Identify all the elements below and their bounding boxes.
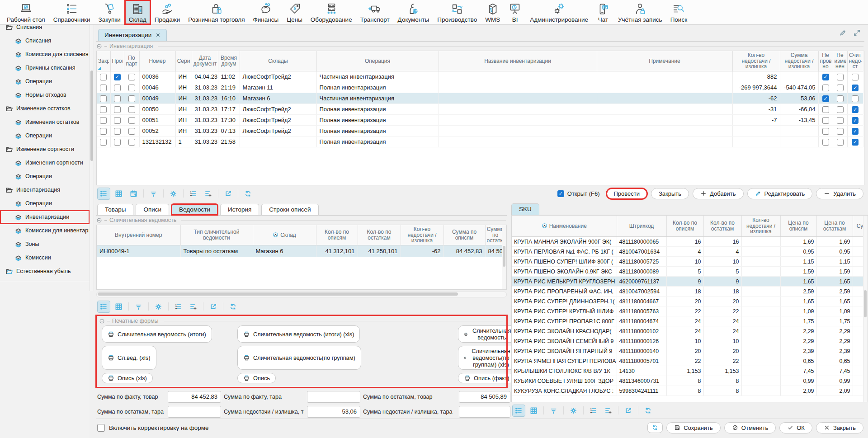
external-button[interactable] <box>207 301 220 313</box>
column-header[interactable]: Примечание <box>597 51 732 71</box>
column-header[interactable]: Кол-во по описям <box>666 216 703 237</box>
table-row[interactable]: 00049ИН31.03.2316:10Магазин 6Частичная и… <box>97 93 863 104</box>
column-header[interactable]: Кол-во по остаткам <box>703 216 741 237</box>
checkbox[interactable] <box>837 128 844 135</box>
table-row[interactable]: КРУПА РИС ЭКОЛАЙН ЯНТАРНЫЙ 9481118000014… <box>512 346 867 356</box>
topbar-item-sales[interactable]: Продажи <box>151 0 184 24</box>
table-row[interactable]: 00051ИН31.03.2317:30ЛюксСофтТрейд2Полная… <box>97 115 863 126</box>
table-row[interactable]: КРУПА МАННАЯ ЭКОЛАЙН 900Г ЭК(48111800000… <box>512 237 867 247</box>
view-list-button[interactable] <box>97 188 110 200</box>
table-row[interactable]: КРУПА ЯЧМЕННАЯ СУПЕР! ПЕРЛОВА48111800057… <box>512 356 867 366</box>
view-grid-button[interactable] <box>112 188 125 200</box>
sidebar-item-9[interactable]: Изменение сортности <box>0 142 90 156</box>
topbar-item-prices[interactable]: Цены <box>283 0 307 24</box>
sidebar-item-18[interactable]: Естественная убыль <box>0 264 90 278</box>
checkbox[interactable] <box>128 95 135 102</box>
column-header[interactable]: Склады <box>240 51 316 71</box>
checkbox[interactable] <box>114 139 121 146</box>
checkbox[interactable] <box>100 95 107 102</box>
gear-button[interactable] <box>567 405 580 417</box>
tab-detail-1[interactable]: Описи <box>136 204 169 215</box>
topbar-item-retail[interactable]: Розничная торговля <box>184 0 249 24</box>
save-button[interactable]: Сохранить <box>666 422 721 433</box>
column-header[interactable]: Дата документ <box>192 51 218 71</box>
topbar-item-purchases[interactable]: Закупки <box>94 0 125 24</box>
column-header[interactable]: Номер <box>139 51 175 71</box>
sidebar-item-7[interactable]: Изменения остатков <box>0 115 90 129</box>
table-row[interactable]: КРУПА ПШЕНО СУПЕР! ШЛИФ 800Г (4811180005… <box>512 257 867 267</box>
checkbox[interactable] <box>557 190 564 197</box>
checkbox[interactable] <box>100 117 107 124</box>
sidebar-item-15[interactable]: Комиссии для инвентаризации <box>0 224 90 237</box>
zakryt-button[interactable]: Закрыть <box>651 188 689 199</box>
checkbox[interactable] <box>128 139 135 146</box>
ordered-list-button[interactable] <box>172 301 185 313</box>
horizontal-scrollbar[interactable] <box>96 292 507 297</box>
scrollbar-thumb[interactable] <box>98 292 458 296</box>
filter-button[interactable] <box>132 301 145 313</box>
column-header[interactable]: Пров <box>110 51 124 71</box>
view-grid-button[interactable] <box>527 405 540 417</box>
column-header[interactable]: Время докум <box>218 51 240 71</box>
checkbox[interactable] <box>114 85 121 91</box>
tab-sku[interactable]: SKU <box>511 203 539 215</box>
table-row[interactable]: 132132132131.03.2321:58Полная инвентариз… <box>97 137 863 147</box>
checkbox[interactable] <box>837 117 844 124</box>
print-button-7[interactable]: Опись <box>237 373 276 383</box>
table-row[interactable]: КРУПА РИС СУПЕР! ПРОПАР.1С 800Г481118000… <box>512 316 867 326</box>
column-header[interactable]: Наименование <box>512 216 617 237</box>
sidebar-item-2[interactable]: Комиссии для списания товаров <box>0 47 90 61</box>
totals-value-4[interactable]: 53,06 <box>307 406 360 418</box>
sidebar-item-10[interactable]: Изменения сортности <box>0 156 90 170</box>
table-row[interactable]: КРУПА РИС ЭКОЛАЙН КРАСНОДАР(481118000010… <box>512 326 867 336</box>
provesti-button[interactable]: Провести <box>606 188 648 199</box>
checkbox[interactable] <box>852 128 859 135</box>
ordered-list-button[interactable] <box>187 188 200 200</box>
refresh-button[interactable] <box>647 422 663 433</box>
column-header[interactable]: Внутренний номер <box>97 225 180 245</box>
table-row[interactable]: КРУПА ПЕРЛОВАЯ №1 ФАС. РБ 1КГ (481004700… <box>512 247 867 257</box>
gear-button[interactable] <box>152 301 165 313</box>
print-button-6[interactable]: Опись (xls) <box>102 373 153 383</box>
topbar-item-transport[interactable]: Транспорт <box>356 0 394 24</box>
edit-pencil-icon[interactable] <box>839 29 847 37</box>
column-header[interactable]: Сумма по описям <box>443 225 485 245</box>
checkbox[interactable] <box>852 74 859 80</box>
column-header[interactable]: Кол-во недостачи / излишка <box>741 216 780 237</box>
checkbox[interactable] <box>100 128 107 135</box>
print-button-1[interactable]: Сличительная ведомость (итоги) (xls) <box>237 325 360 343</box>
topbar-item-warehouse[interactable]: Склад <box>125 0 151 24</box>
collapse-icon[interactable] <box>96 43 102 49</box>
checkbox[interactable] <box>822 85 829 91</box>
checkbox[interactable] <box>837 106 844 113</box>
table-row[interactable]: КРУПА РИС ЭКОЛАЙН СЕМЕЙНЫЙ 9481118000012… <box>512 336 867 346</box>
filter-button[interactable] <box>547 405 560 417</box>
gear-button[interactable] <box>167 188 180 200</box>
checkbox[interactable] <box>852 85 859 91</box>
table-row[interactable]: КРУПА РИС ПРОПАРЕНЫЙ ФАС. ИН,48100470025… <box>512 287 867 297</box>
expand-icon[interactable] <box>853 29 861 37</box>
tab-close-icon[interactable] <box>156 33 160 38</box>
sidebar-scrollbar[interactable] <box>90 25 94 291</box>
print-button-3[interactable]: Сл.вед. (xls) <box>102 346 156 370</box>
column-header[interactable]: По парт <box>124 51 139 71</box>
checkbox[interactable] <box>822 139 829 146</box>
tab-detail-4[interactable]: Строки описей <box>261 204 318 215</box>
refresh-button[interactable] <box>241 188 255 200</box>
print-button-5[interactable]: Сличительная ведомость(по группам) (xls) <box>458 346 518 370</box>
table-row[interactable]: КУБИКИ СОЕВЫЕ ГУЛЯШ 100Г ЗДОР48113460007… <box>512 376 867 386</box>
sidebar-item-13[interactable]: Операции <box>0 197 90 210</box>
table-row[interactable]: 00046ИН31.03.2321:19Магазин 11Полная инв… <box>97 82 863 93</box>
table-row[interactable]: 00050ИН31.03.2317:17ЛюксСофтТрейд2Полная… <box>97 104 863 115</box>
totals-value-5[interactable] <box>459 406 510 418</box>
tab-detail-0[interactable]: Товары <box>97 204 133 215</box>
list-add-button[interactable] <box>202 188 215 200</box>
column-header[interactable]: Штрихкод <box>617 216 666 237</box>
table-row[interactable]: КРУПА ПШЕНО ЭКОЛАЙН 0.9КГ ЭКС48111800000… <box>512 267 867 277</box>
topbar-item-equipment[interactable]: Оборудование <box>307 0 356 24</box>
dobavit-button[interactable]: Добавить <box>693 188 743 199</box>
topbar-item-wms[interactable]: WMS <box>481 0 504 24</box>
column-header[interactable]: Сери <box>175 51 192 71</box>
checkbox[interactable] <box>822 117 829 124</box>
view-list-button[interactable] <box>512 405 525 417</box>
